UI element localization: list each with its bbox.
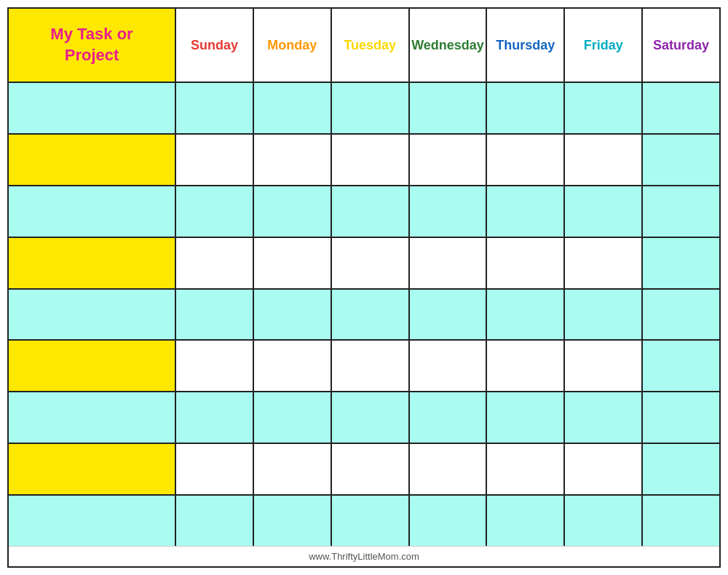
day-cell-0-4[interactable]	[487, 83, 565, 133]
day-cell-3-4[interactable]	[487, 238, 565, 288]
task-cell-6[interactable]	[9, 392, 176, 443]
header-friday: Friday	[565, 9, 643, 82]
day-cell-1-3[interactable]	[410, 135, 488, 185]
day-cell-5-6[interactable]	[643, 341, 719, 391]
day-cell-6-6[interactable]	[643, 392, 719, 443]
table-row	[9, 290, 719, 341]
task-header-cell: My Task or Project	[9, 9, 176, 82]
table-row	[9, 392, 719, 444]
day-cell-5-5[interactable]	[565, 341, 643, 391]
footer: www.ThriftyLittleMom.com	[9, 546, 719, 566]
day-cell-0-5[interactable]	[565, 83, 643, 133]
task-cell-7[interactable]	[9, 444, 176, 494]
task-header-text: My Task or Project	[50, 24, 132, 66]
task-cell-3[interactable]	[9, 238, 176, 288]
header-sunday: Sunday	[176, 9, 254, 82]
day-cell-5-3[interactable]	[410, 341, 488, 391]
day-cell-1-2[interactable]	[332, 135, 410, 185]
task-cell-4[interactable]	[9, 290, 176, 340]
day-cell-1-1[interactable]	[254, 135, 332, 185]
task-label-line2: Project	[65, 46, 119, 64]
day-cell-8-0[interactable]	[176, 496, 254, 546]
day-cell-0-3[interactable]	[410, 83, 488, 133]
day-cell-2-4[interactable]	[487, 186, 565, 237]
day-cell-7-1[interactable]	[254, 444, 332, 494]
day-cell-5-1[interactable]	[254, 341, 332, 391]
page-wrapper: My Task or Project Sunday Monday Tuesday…	[7, 7, 721, 568]
task-cell-1[interactable]	[9, 135, 176, 185]
day-cell-6-5[interactable]	[565, 392, 643, 443]
day-cell-5-0[interactable]	[176, 341, 254, 391]
day-cell-2-5[interactable]	[565, 186, 643, 237]
task-cell-5[interactable]	[9, 341, 176, 391]
day-cell-1-5[interactable]	[565, 135, 643, 185]
header-saturday: Saturday	[643, 9, 719, 82]
table-row	[9, 444, 719, 496]
header-monday: Monday	[254, 9, 332, 82]
day-cell-8-3[interactable]	[410, 496, 488, 546]
day-cell-6-1[interactable]	[254, 392, 332, 443]
table-row	[9, 186, 719, 238]
day-cell-8-6[interactable]	[643, 496, 719, 546]
header-tuesday: Tuesday	[332, 9, 410, 82]
day-cell-3-0[interactable]	[176, 238, 254, 288]
day-cell-8-4[interactable]	[487, 496, 565, 546]
header-row: My Task or Project Sunday Monday Tuesday…	[9, 9, 719, 83]
day-cell-4-0[interactable]	[176, 290, 254, 340]
day-cell-3-2[interactable]	[332, 238, 410, 288]
day-cell-7-0[interactable]	[176, 444, 254, 494]
day-cell-7-4[interactable]	[487, 444, 565, 494]
day-cell-6-2[interactable]	[332, 392, 410, 443]
day-cell-4-6[interactable]	[643, 290, 719, 340]
task-cell-2[interactable]	[9, 186, 176, 237]
day-cell-1-6[interactable]	[643, 135, 719, 185]
day-cell-6-4[interactable]	[487, 392, 565, 443]
header-wednesday: Wednesday	[410, 9, 488, 82]
day-cell-6-0[interactable]	[176, 392, 254, 443]
table-container: My Task or Project Sunday Monday Tuesday…	[9, 9, 719, 546]
task-label-line1: My Task or	[50, 25, 132, 43]
day-cell-5-4[interactable]	[487, 341, 565, 391]
day-cell-8-2[interactable]	[332, 496, 410, 546]
day-cell-0-0[interactable]	[176, 83, 254, 133]
day-cell-4-5[interactable]	[565, 290, 643, 340]
day-cell-8-1[interactable]	[254, 496, 332, 546]
day-cell-4-4[interactable]	[487, 290, 565, 340]
day-cell-0-6[interactable]	[643, 83, 719, 133]
day-cell-0-1[interactable]	[254, 83, 332, 133]
day-cell-3-3[interactable]	[410, 238, 488, 288]
day-cell-1-0[interactable]	[176, 135, 254, 185]
day-cell-7-3[interactable]	[410, 444, 488, 494]
day-cell-2-6[interactable]	[643, 186, 719, 237]
day-cell-3-5[interactable]	[565, 238, 643, 288]
table-row	[9, 496, 719, 546]
day-cell-7-5[interactable]	[565, 444, 643, 494]
table-row	[9, 135, 719, 186]
day-cell-2-0[interactable]	[176, 186, 254, 237]
header-thursday: Thursday	[487, 9, 565, 82]
table-row	[9, 238, 719, 290]
day-cell-4-3[interactable]	[410, 290, 488, 340]
day-cell-7-6[interactable]	[643, 444, 719, 494]
day-cell-2-3[interactable]	[410, 186, 488, 237]
day-cell-8-5[interactable]	[565, 496, 643, 546]
footer-url: www.ThriftyLittleMom.com	[309, 551, 419, 562]
task-cell-0[interactable]	[9, 83, 176, 133]
day-cell-3-6[interactable]	[643, 238, 719, 288]
day-cell-4-2[interactable]	[332, 290, 410, 340]
day-cell-2-1[interactable]	[254, 186, 332, 237]
table-row	[9, 83, 719, 135]
task-cell-8[interactable]	[9, 496, 176, 546]
day-cell-2-2[interactable]	[332, 186, 410, 237]
day-cell-6-3[interactable]	[410, 392, 488, 443]
day-cell-7-2[interactable]	[332, 444, 410, 494]
day-cell-0-2[interactable]	[332, 83, 410, 133]
day-cell-3-1[interactable]	[254, 238, 332, 288]
day-cell-1-4[interactable]	[487, 135, 565, 185]
table-row	[9, 341, 719, 392]
data-rows	[9, 83, 719, 546]
day-cell-4-1[interactable]	[254, 290, 332, 340]
day-cell-5-2[interactable]	[332, 341, 410, 391]
